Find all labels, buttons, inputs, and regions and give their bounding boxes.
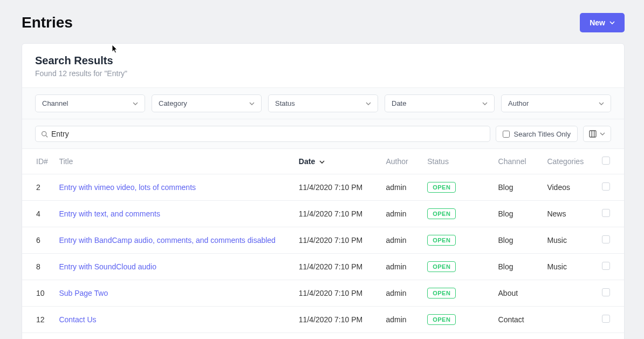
entry-link[interactable]: Sub Page Two <box>59 289 108 297</box>
cell-author: admin <box>380 254 422 280</box>
filter-date-label: Date <box>392 99 406 107</box>
cell-id: 12 <box>22 307 53 333</box>
row-checkbox[interactable] <box>602 209 610 217</box>
cell-id: 6 <box>22 227 53 254</box>
table-row: 10Sub Page Two11/4/2020 7:10 PMadminOPEN… <box>22 280 624 307</box>
filter-category[interactable]: Category <box>152 94 262 112</box>
cell-id: 8 <box>22 254 53 280</box>
cell-select <box>596 280 624 307</box>
col-channel[interactable]: Channel <box>493 149 542 174</box>
filter-author[interactable]: Author <box>501 94 611 112</box>
col-status[interactable]: Status <box>422 149 492 174</box>
cell-status: OPEN <box>422 227 492 254</box>
cell-title: Sub Page Two <box>53 280 293 307</box>
search-input[interactable] <box>51 130 484 138</box>
cell-channel: Blog <box>493 227 542 254</box>
search-titles-only[interactable]: Search Titles Only <box>496 126 578 142</box>
entry-link[interactable]: Entry with text, and comments <box>59 209 160 218</box>
cell-date: 11/4/2020 7:10 PM <box>293 280 381 307</box>
cell-select <box>596 201 624 227</box>
cell-author: admin <box>380 333 422 340</box>
cell-title: Entry with text, and comments <box>53 201 293 227</box>
row-checkbox[interactable] <box>602 182 610 191</box>
col-date[interactable]: Date <box>293 149 381 174</box>
status-badge: OPEN <box>427 261 456 272</box>
cell-title: Entry with vimeo video, lots of comments <box>53 174 293 201</box>
cell-channel: Blog <box>493 333 542 340</box>
cell-select <box>596 174 624 201</box>
row-checkbox[interactable] <box>602 262 610 270</box>
cell-date: 11/4/2020 7:10 PM <box>293 307 381 333</box>
cell-date: 11/4/2020 7:10 PM <box>293 227 381 254</box>
col-date-label: Date <box>299 157 315 166</box>
entries-table: ID# Title Date Author Status Channel Cat… <box>22 149 624 339</box>
cell-author: admin <box>380 280 422 307</box>
chevron-down-icon <box>609 20 615 25</box>
cell-title: Entry with BandCamp audio, comments, and… <box>53 227 293 254</box>
cell-status: OPEN <box>422 280 492 307</box>
chevron-down-icon <box>249 101 255 106</box>
chevron-down-icon <box>366 101 371 106</box>
status-badge: OPEN <box>427 208 456 219</box>
col-title[interactable]: Title <box>53 149 293 174</box>
entry-link[interactable]: Entry with vimeo video, lots of comments <box>59 183 196 192</box>
cell-select <box>596 254 624 280</box>
cell-channel: Blog <box>493 254 542 280</box>
col-id[interactable]: ID# <box>22 149 53 174</box>
svg-rect-2 <box>590 131 596 137</box>
cell-author: admin <box>380 227 422 254</box>
table-row: 2Entry with vimeo video, lots of comment… <box>22 174 624 201</box>
cell-status: OPEN <box>422 307 492 333</box>
search-titles-only-label: Search Titles Only <box>514 130 571 138</box>
cell-select <box>596 227 624 254</box>
col-select-all[interactable] <box>596 149 624 174</box>
chevron-down-icon <box>482 101 488 106</box>
page-title: Entries <box>22 14 73 31</box>
cell-categories: Music <box>542 227 596 254</box>
filter-category-label: Category <box>159 99 187 107</box>
table-row: 3EEntry with large photograph11/4/2020 7… <box>22 333 624 340</box>
new-button[interactable]: New <box>580 13 625 32</box>
cell-status: OPEN <box>422 174 492 201</box>
cell-categories: News <box>542 201 596 227</box>
table-row: 12Contact Us11/4/2020 7:10 PMadminOPENCo… <box>22 307 624 333</box>
cell-channel: Contact <box>493 307 542 333</box>
cell-title: Entry with SoundCloud audio <box>53 254 293 280</box>
cell-categories <box>542 280 596 307</box>
filter-date[interactable]: Date <box>385 94 495 112</box>
col-categories[interactable]: Categories <box>542 149 596 174</box>
cell-categories: Music <box>542 254 596 280</box>
filter-channel-label: Channel <box>42 99 68 107</box>
table-row: 4Entry with text, and comments11/4/2020 … <box>22 201 624 227</box>
row-checkbox[interactable] <box>602 315 610 323</box>
select-all-checkbox[interactable] <box>602 157 610 165</box>
cell-date: 11/4/2020 7:10 PM <box>293 254 381 280</box>
table-row: 6Entry with BandCamp audio, comments, an… <box>22 227 624 254</box>
entry-link[interactable]: Entry with SoundCloud audio <box>59 262 156 271</box>
row-checkbox[interactable] <box>602 288 610 296</box>
chevron-down-icon <box>319 159 325 165</box>
status-badge: OPEN <box>427 314 456 325</box>
table-row: 8Entry with SoundCloud audio11/4/2020 7:… <box>22 254 624 280</box>
cell-author: admin <box>380 307 422 333</box>
cell-select <box>596 333 624 340</box>
columns-button[interactable] <box>583 126 611 142</box>
row-checkbox[interactable] <box>602 235 610 243</box>
entry-link[interactable]: Contact Us <box>59 315 96 324</box>
new-button-label: New <box>590 18 605 27</box>
search-titles-only-checkbox[interactable] <box>503 131 510 138</box>
filter-status[interactable]: Status <box>268 94 378 112</box>
filter-status-label: Status <box>275 99 295 107</box>
cell-title: Contact Us <box>53 307 293 333</box>
cell-id: 10 <box>22 280 53 307</box>
search-box[interactable] <box>35 126 490 142</box>
col-author[interactable]: Author <box>380 149 422 174</box>
filter-channel[interactable]: Channel <box>35 94 145 112</box>
cell-status: OPEN <box>422 333 492 340</box>
status-badge: OPEN <box>427 288 456 299</box>
chevron-down-icon <box>133 101 138 106</box>
chevron-down-icon <box>600 131 605 137</box>
cell-date: 11/4/2020 7:10 PM <box>293 201 381 227</box>
results-subtitle: Found 12 results for "Entry" <box>35 69 611 78</box>
entry-link[interactable]: Entry with BandCamp audio, comments, and… <box>59 236 276 245</box>
